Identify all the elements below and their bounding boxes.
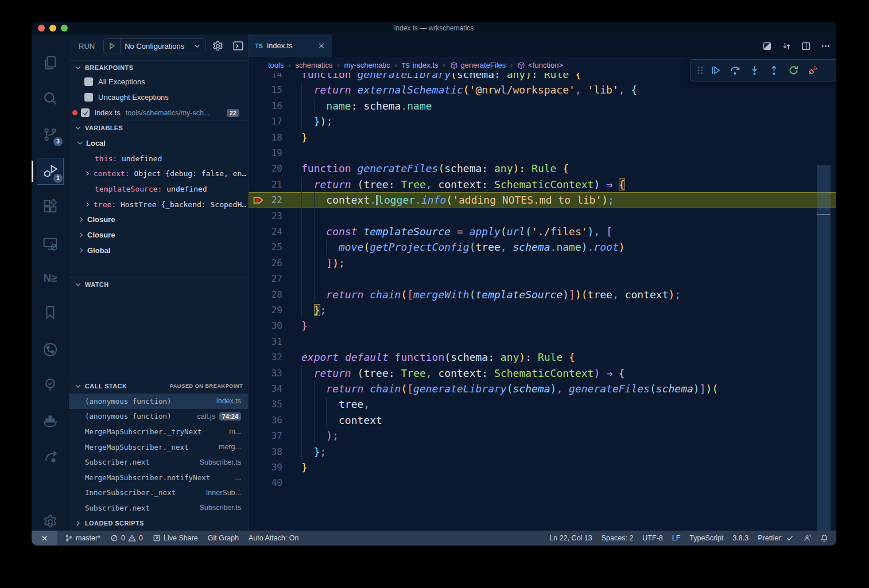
code-line-28[interactable]: 28 return chain([mergeWith(templateSourc…	[249, 287, 836, 302]
code-line-25[interactable]: 25 move(getProjectConfig(tree, schema.na…	[249, 239, 836, 255]
code-line-32[interactable]: 32export default function(schema: any): …	[249, 349, 836, 365]
code-line-40[interactable]: 40	[249, 475, 836, 490]
status-item-feedback[interactable]	[803, 534, 811, 542]
loaded-scripts-section-header[interactable]: LOADED SCRIPTS	[69, 516, 248, 529]
breakpoint-row[interactable]: All Exceptions	[69, 74, 248, 89]
activity-bar-item-source-control[interactable]: 3	[37, 121, 64, 148]
watch-section-header[interactable]: WATCH	[69, 277, 248, 291]
code-line-19[interactable]: 19	[249, 145, 836, 161]
activity-bar-item-docker[interactable]	[37, 408, 64, 435]
more-actions-icon[interactable]	[821, 41, 831, 51]
breakpoint-row[interactable]: index.tstools/schematics/my-sch...22	[69, 105, 248, 120]
debug-console-button[interactable]	[232, 40, 244, 52]
code-line-18[interactable]: 18}	[249, 130, 836, 145]
code-line-31[interactable]: 31	[249, 334, 836, 349]
close-icon[interactable]	[317, 42, 325, 50]
status-item-indentation[interactable]: Spaces: 2	[602, 534, 634, 542]
breakpoint-checkbox[interactable]	[84, 77, 93, 86]
code-line-27[interactable]: 27	[249, 271, 836, 286]
open-changes-icon[interactable]	[762, 41, 772, 51]
breadcrumb-item-tools[interactable]: tools	[268, 61, 284, 69]
breakpoint-checkbox[interactable]	[81, 108, 90, 117]
activity-bar-item-explorer[interactable]	[37, 49, 64, 76]
code-line-38[interactable]: 38 };	[249, 444, 836, 460]
status-item-live-share[interactable]: Live Share	[153, 534, 198, 542]
activity-bar-item-bookmarks[interactable]	[37, 299, 64, 326]
continue-button[interactable]	[705, 62, 725, 79]
code-line-15[interactable]: 15 return externalSchematic('@nrwl/works…	[249, 82, 836, 98]
code-line-35[interactable]: 35 tree,	[249, 396, 836, 412]
breadcrumb-item-schematics[interactable]: schematics	[295, 61, 332, 69]
variable-row[interactable]: tree: HostTree {_backend: ScopedH…	[69, 197, 248, 212]
breadcrumb-item-generatefiles[interactable]: generateFiles	[450, 61, 506, 69]
restart-button[interactable]	[783, 62, 803, 79]
variable-row[interactable]: this: undefined	[69, 151, 248, 166]
remote-indicator[interactable]	[32, 531, 57, 546]
call-stack-frame[interactable]: MergeMapSubscriber.notifyNext...	[69, 470, 248, 485]
activity-bar-item-testing[interactable]	[37, 372, 64, 399]
status-item-branch[interactable]: master*	[65, 534, 100, 542]
breakpoints-section-header[interactable]: BREAKPOINTS	[69, 60, 248, 74]
code-line-34[interactable]: 34 return chain([generateLibrary(schema)…	[249, 381, 836, 396]
code-line-16[interactable]: 16 name: schema.name	[249, 98, 836, 114]
call-stack-frame[interactable]: Subscriber.nextSubscriber.ts	[69, 500, 248, 516]
status-item-git-graph[interactable]: Git Graph	[208, 534, 239, 542]
variable-row[interactable]: Global	[69, 243, 248, 258]
call-stack-frame[interactable]: (anonymous function)call.js74:24	[69, 409, 248, 425]
status-item-encoding[interactable]: UTF-8	[642, 534, 662, 542]
call-stack-frame[interactable]: InnerSubscriber._nextInnerSub...	[69, 485, 248, 501]
tab-index-ts[interactable]: TS index.ts	[249, 34, 332, 57]
code-line-37[interactable]: 37 );	[249, 428, 836, 443]
call-stack-frame[interactable]: MergeMapSubscriber._nextmerg...	[69, 439, 248, 455]
code-line-26[interactable]: 26 ]);	[249, 255, 836, 271]
activity-bar-item-search[interactable]	[37, 85, 64, 112]
status-item-ts-version[interactable]: 3.8.3	[732, 534, 748, 542]
code-line-20[interactable]: 20function generateFiles(schema: any): R…	[249, 161, 836, 176]
variable-row[interactable]: Closure	[69, 227, 248, 243]
minimize-window-button[interactable]	[49, 25, 56, 32]
compare-changes-icon[interactable]	[782, 41, 792, 51]
breadcrumb-item--function-[interactable]: <function>	[517, 61, 563, 69]
code-line-17[interactable]: 17 });	[249, 114, 836, 129]
activity-bar-item-nx-console[interactable]: N≥	[37, 264, 64, 291]
breakpoint-row[interactable]: Uncaught Exceptions	[69, 89, 248, 105]
call-stack-frame[interactable]: MergeMapSubscriber._tryNextm...	[69, 424, 248, 439]
variable-row[interactable]: context: Object {debug: false, en…	[69, 166, 248, 181]
launch-configuration-dropdown[interactable]: No Configurations	[103, 38, 205, 53]
code-line-22[interactable]: 22 context.logger.info('adding NOTES.md …	[249, 192, 836, 208]
code-line-29[interactable]: 29 };	[249, 302, 836, 318]
code-line-23[interactable]: 23	[249, 208, 836, 224]
step-out-button[interactable]	[764, 62, 783, 79]
editor-scrollbar[interactable]	[817, 165, 831, 531]
activity-bar-item-extensions[interactable]	[37, 193, 64, 220]
activity-bar-item-git-graph[interactable]	[37, 336, 64, 363]
disconnect-button[interactable]	[803, 62, 823, 79]
configure-gear-button[interactable]	[212, 40, 224, 52]
variable-row[interactable]: Closure	[69, 212, 248, 228]
breadcrumb-item-index-ts[interactable]: TSindex.ts	[402, 61, 439, 69]
code-line-21[interactable]: 21 return (tree: Tree, context: Schemati…	[249, 177, 836, 192]
status-item-language-mode[interactable]: TypeScript	[689, 534, 723, 542]
activity-bar-item-run-and-debug[interactable]: 1	[37, 158, 64, 185]
call-stack-frame[interactable]: Subscriber.nextSubscriber.ts	[69, 454, 248, 470]
code-line-39[interactable]: 39}	[249, 460, 836, 475]
code-line-33[interactable]: 33 return (tree: Tree, context: Schemati…	[249, 365, 836, 381]
split-editor-icon[interactable]	[801, 41, 811, 51]
breakpoint-checkbox[interactable]	[84, 93, 93, 102]
drag-handle-button[interactable]	[695, 62, 705, 79]
breadcrumb-item-my-schematic[interactable]: my-schematic	[344, 61, 390, 69]
step-over-button[interactable]	[725, 62, 744, 79]
close-window-button[interactable]	[38, 25, 45, 32]
activity-bar-item-remote-explorer[interactable]	[37, 230, 64, 257]
status-item-cursor-position[interactable]: Ln 22, Col 13	[549, 534, 592, 542]
code-line-36[interactable]: 36 context	[249, 412, 836, 428]
variable-row[interactable]: Local	[69, 135, 248, 151]
maximize-window-button[interactable]	[61, 25, 68, 32]
variables-section-header[interactable]: VARIABLES	[69, 120, 248, 134]
step-into-button[interactable]	[744, 62, 764, 79]
code-line-24[interactable]: 24 const templateSource = apply(url('./f…	[249, 224, 836, 239]
status-item-prettier[interactable]: Prettier:	[758, 534, 794, 542]
status-item-problems[interactable]: 00	[110, 534, 143, 542]
code-line-30[interactable]: 30}	[249, 318, 836, 333]
variable-row[interactable]: templateSource: undefined	[69, 181, 248, 197]
